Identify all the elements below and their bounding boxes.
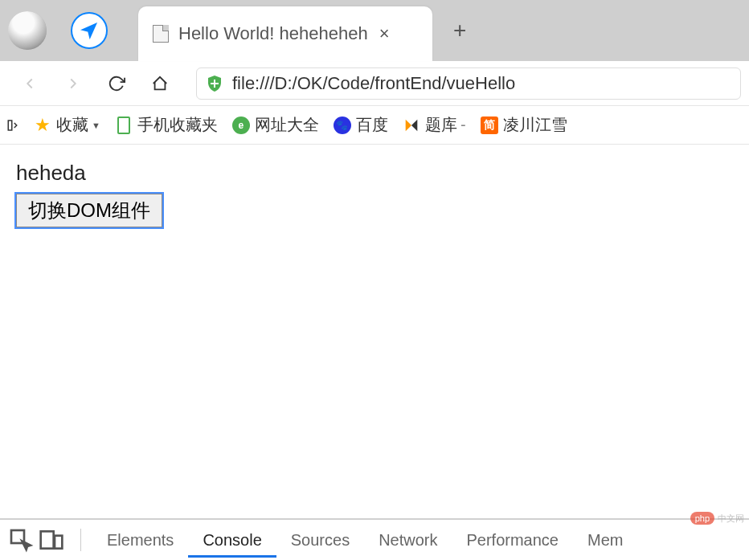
bookmarks-bar: ★ 收藏 ▼ 手机收藏夹 e 网址大全 🐾 百度 题库 - 简 凌川江雪 [0, 106, 749, 145]
devices-icon [39, 527, 64, 553]
watermark-badge: php [690, 512, 714, 525]
phone-icon [115, 116, 133, 134]
location-arrow-icon [80, 22, 98, 39]
close-tab-button[interactable]: × [379, 23, 390, 44]
svg-rect-3 [55, 536, 62, 549]
tab-bar: Hello World! heheheheh × + [0, 0, 749, 61]
new-tab-button[interactable]: + [453, 18, 466, 43]
browser-tab[interactable]: Hello World! heheheheh × [138, 6, 432, 61]
home-button[interactable] [143, 67, 177, 100]
star-icon: ★ [34, 116, 51, 134]
lingchuan-bookmark[interactable]: 简 凌川江雪 [481, 114, 567, 136]
sidebar-toggle-button[interactable] [6, 118, 21, 133]
360-icon: e [232, 116, 250, 134]
toggle-dom-button[interactable]: 切换DOM组件 [16, 194, 162, 227]
tiku-suffix: - [460, 116, 466, 134]
watermark-text: 中文网 [718, 513, 744, 525]
sidebar-icon [6, 118, 21, 133]
devtools-tab-sources[interactable]: Sources [276, 523, 364, 558]
watermark: php 中文网 [690, 512, 744, 525]
chevron-left-icon [21, 75, 39, 92]
phone-favorites-label: 手机收藏夹 [137, 114, 218, 136]
url-input[interactable]: file:///D:/OK/Code/frontEnd/vueHello [196, 67, 741, 100]
devtools-bar: Elements Console Sources Network Perform… [0, 518, 749, 560]
page-text: heheda [16, 161, 733, 186]
reload-icon [108, 75, 125, 92]
page-content: heheda 切换DOM组件 [0, 145, 749, 243]
navigation-compass-button[interactable] [71, 12, 108, 49]
favorites-label: 收藏 [56, 114, 88, 136]
site-nav-bookmark[interactable]: e 网址大全 [232, 114, 319, 136]
caret-down-icon: ▼ [92, 121, 100, 130]
favorites-button[interactable]: ★ 收藏 ▼ [34, 114, 100, 136]
baidu-bookmark[interactable]: 🐾 百度 [334, 114, 388, 136]
devtools-tab-console[interactable]: Console [188, 523, 276, 558]
tiku-icon [403, 116, 420, 134]
devtools-tab-elements[interactable]: Elements [92, 523, 188, 558]
svg-rect-0 [8, 121, 12, 130]
phone-favorites-button[interactable]: 手机收藏夹 [115, 114, 218, 136]
avatar[interactable] [8, 11, 47, 50]
chevron-right-icon [64, 75, 82, 92]
jian-icon: 简 [481, 116, 498, 134]
baidu-icon: 🐾 [334, 116, 351, 134]
separator [80, 529, 81, 551]
home-icon [151, 75, 169, 92]
reload-button[interactable] [100, 67, 133, 100]
devtools-tab-network[interactable]: Network [364, 523, 452, 558]
site-nav-label: 网址大全 [255, 114, 319, 136]
device-toolbar-button[interactable] [39, 527, 64, 553]
lingchuan-label: 凌川江雪 [503, 114, 567, 136]
forward-button[interactable] [56, 67, 90, 100]
devtools-tab-memory[interactable]: Mem [573, 523, 637, 558]
tab-title: Hello World! heheheheh [178, 23, 368, 44]
inspect-icon [8, 527, 34, 553]
navigation-bar: file:///D:/OK/Code/frontEnd/vueHello [0, 61, 749, 106]
inspect-element-button[interactable] [8, 527, 34, 553]
security-shield-icon [205, 74, 224, 93]
url-text: file:///D:/OK/Code/frontEnd/vueHello [232, 73, 515, 94]
back-button[interactable] [13, 67, 47, 100]
svg-rect-2 [41, 531, 54, 548]
baidu-label: 百度 [356, 114, 388, 136]
tiku-label: 题库 [425, 114, 457, 136]
page-file-icon [153, 25, 169, 43]
devtools-tab-performance[interactable]: Performance [452, 523, 574, 558]
avatar-image [8, 11, 47, 50]
tiku-bookmark[interactable]: 题库 - [403, 114, 466, 136]
